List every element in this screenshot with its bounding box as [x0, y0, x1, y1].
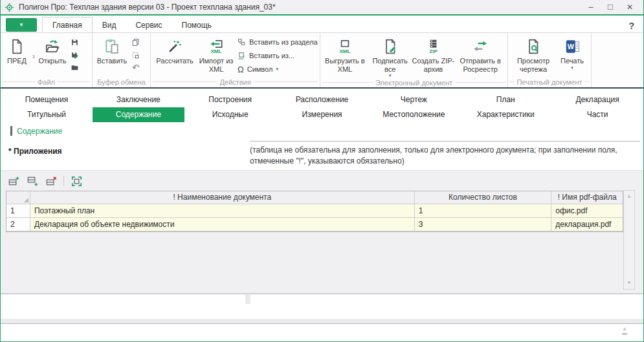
create-zip-label: Создать ZIP-архив	[412, 57, 455, 73]
panel-splitter-handle[interactable]	[245, 295, 250, 304]
close-folder-icon[interactable]	[71, 62, 79, 73]
import-xml-label: Импорт из XML	[197, 57, 235, 73]
maximize-button[interactable]: □	[601, 1, 620, 14]
section-tab-izmereniya[interactable]: Измерения	[276, 107, 368, 122]
export-xml-button[interactable]: XML Выгрузить в XML	[322, 35, 368, 78]
save-icon[interactable]	[71, 37, 79, 48]
close-button[interactable]: ✕	[620, 1, 639, 14]
section-tab-titulny[interactable]: Титульный	[1, 107, 93, 122]
save-as-icon[interactable]	[71, 50, 79, 61]
attachments-field-label: * Приложения	[8, 147, 62, 156]
row-number-cell[interactable]: 2	[6, 218, 30, 231]
tab-glavnaya[interactable]: Главная	[42, 17, 93, 32]
column-header-pdf[interactable]: ! Имя pdf-файла	[551, 191, 623, 204]
table-row: 2 Декларация об объекте недвижимости 3 д…	[6, 218, 623, 231]
import-xml-button[interactable]: XML Импорт из XML	[197, 35, 235, 77]
ribbon-group-actions: Рассчитать XML Импорт из XML	[151, 33, 320, 87]
document-name-cell[interactable]: Декларация об объекте недвижимости	[30, 218, 415, 231]
svg-text:xml: xml	[238, 56, 243, 59]
insert-from-section-button[interactable]: Вставить из раздела	[238, 36, 318, 48]
pred-button[interactable]: ПРЕД	[2, 35, 32, 77]
column-header-sheets[interactable]: Количество листов	[415, 191, 552, 204]
select-region-icon[interactable]	[70, 175, 83, 187]
ribbon-group-printdocument: Просмотр чертежа W Печать ▾ Печат	[508, 33, 592, 87]
attachments-note: (таблица не обязательна для заполнения, …	[250, 141, 640, 167]
section-tab-soderzhanie[interactable]: Содержание	[93, 107, 184, 122]
section-tab-ishodnye[interactable]: Исходные	[184, 107, 276, 122]
tab-vid[interactable]: Вид	[93, 18, 126, 32]
bottom-scroll-spinner[interactable]: ▲	[622, 326, 627, 335]
sign-all-label: Подписать все	[368, 57, 412, 73]
scroll-up-icon[interactable]: ▲	[622, 326, 627, 332]
help-button[interactable]: ?	[628, 21, 634, 32]
scroll-down-icon[interactable]: ▼	[627, 281, 632, 286]
group-label-printdocument: Печатный документ	[516, 78, 582, 86]
undo-icon[interactable]: ↶	[131, 62, 140, 73]
calculate-button[interactable]: Рассчитать	[152, 35, 197, 77]
group-label-file: Файл	[38, 78, 55, 86]
calculate-label: Рассчитать	[156, 57, 193, 65]
paste-button[interactable]: Вставить	[94, 35, 130, 77]
sheet-count-cell[interactable]: 1	[415, 204, 552, 218]
app-logo-icon	[5, 3, 14, 12]
svg-text:XML: XML	[339, 48, 350, 54]
chevron-right-icon[interactable]: ›	[32, 52, 35, 61]
row-number-cell[interactable]: 1	[6, 204, 30, 218]
copy-icon[interactable]	[131, 37, 140, 48]
section-tab-harakteristiki[interactable]: Характеристики	[460, 107, 551, 122]
send-arrows-icon	[472, 36, 489, 57]
scroll-up-icon[interactable]: ▲	[627, 194, 632, 199]
preview-drawing-button[interactable]: Просмотр чертежа	[509, 35, 557, 77]
open-button[interactable]: Открыть	[36, 35, 69, 77]
section-tab-deklaraciya[interactable]: Декларация	[551, 92, 643, 107]
bottom-panel-divider	[1, 319, 643, 324]
group-label-actions: Действия	[219, 78, 250, 86]
open-folder-icon	[44, 36, 61, 57]
section-tab-mestopolozhenie[interactable]: Местоположение	[368, 107, 460, 122]
group-label-clipboard: Буфер обмена	[97, 78, 146, 86]
breadcrumb-label: Содержание	[17, 127, 62, 136]
tab-pomosch[interactable]: Помощь	[172, 18, 221, 32]
svg-text:W: W	[568, 43, 575, 50]
section-tab-zaklyuchenie[interactable]: Заключение	[93, 92, 184, 107]
insert-from-icon: xml	[238, 52, 246, 60]
tab-servis[interactable]: Сервис	[126, 18, 172, 32]
create-zip-button[interactable]: ZIP Создать ZIP-архив	[412, 35, 455, 78]
send-rosreestr-button[interactable]: Отправить в Росреестр	[454, 35, 506, 78]
paste-special-icon[interactable]	[131, 50, 140, 61]
section-tab-raspolozhenie[interactable]: Расположение	[276, 92, 368, 107]
section-tab-plan[interactable]: План	[460, 92, 551, 107]
section-tab-postroeniya[interactable]: Построения	[184, 92, 276, 107]
add-row-below-icon[interactable]	[26, 175, 39, 187]
minimize-button[interactable]: –	[581, 1, 601, 14]
print-button[interactable]: W Печать ▾	[557, 35, 587, 77]
column-header-name[interactable]: ! Наименование документа	[30, 191, 415, 204]
section-tab-pomescheniya[interactable]: Помещения	[1, 92, 93, 107]
sign-all-button[interactable]: Подписать все ▾	[368, 35, 412, 78]
sign-document-icon	[382, 36, 399, 57]
file-small-buttons	[69, 35, 80, 77]
attachments-panel: ! Наименование документа Количество лист…	[1, 170, 643, 294]
symbol-button[interactable]: Ω Символ ▾	[238, 63, 318, 75]
magic-wand-icon	[166, 36, 183, 57]
insert-from-button[interactable]: xml Вставить из...	[238, 50, 318, 61]
preview-drawing-label: Просмотр чертежа	[509, 57, 557, 73]
add-row-above-icon[interactable]	[7, 175, 20, 187]
table-corner-cell[interactable]	[6, 191, 30, 204]
delete-row-icon[interactable]	[45, 175, 58, 187]
sheet-count-cell[interactable]: 3	[415, 218, 552, 231]
app-menu-button[interactable]: ▼	[6, 18, 37, 32]
preview-drawing-icon	[525, 36, 542, 57]
ribbon-group-clipboard: Вставить ↶	[93, 33, 151, 87]
section-tab-chasti[interactable]: Части	[551, 107, 643, 122]
insert-from-section-icon	[238, 38, 246, 47]
pdf-name-cell[interactable]: офис.pdf	[551, 204, 623, 218]
breadcrumb-bar-icon	[10, 126, 12, 136]
zip-archive-icon: ZIP	[425, 36, 441, 57]
section-tab-chertezh[interactable]: Чертеж	[368, 92, 460, 107]
document-name-cell[interactable]: Поэтажный план	[30, 204, 415, 218]
scroll-thumb[interactable]	[622, 333, 627, 335]
table-vertical-scrollbar[interactable]: ▲ ▼	[623, 190, 635, 290]
pdf-name-cell[interactable]: декларация.pdf	[551, 218, 623, 231]
send-rosreestr-label: Отправить в Росреестр	[454, 57, 506, 73]
